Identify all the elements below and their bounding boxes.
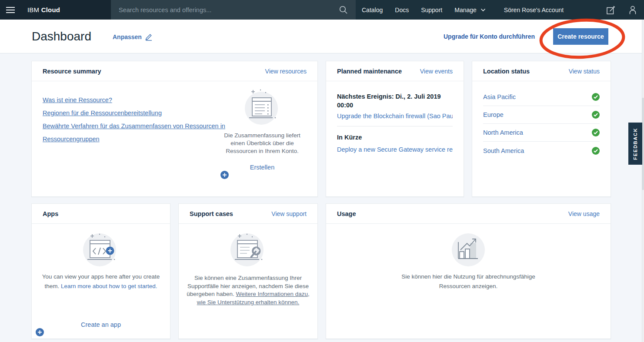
nav-item-support[interactable]: Support xyxy=(421,7,442,13)
view-events-link[interactable]: View events xyxy=(420,68,453,75)
location-row-south-america[interactable]: South America xyxy=(483,142,600,159)
hamburger-menu-icon[interactable] xyxy=(6,5,15,15)
edit-compose-icon[interactable] xyxy=(606,5,616,15)
next-event-link[interactable]: Upgrade the Blockchain firewall (Sao Pau… xyxy=(337,113,453,120)
support-empty-text: Sie können eine Zusammenfassung Ihrer Su… xyxy=(184,274,312,306)
plus-circle-icon xyxy=(220,171,229,179)
nav-brand-area: IBM Cloud xyxy=(0,0,111,20)
ibm-cloud-logo[interactable]: IBM Cloud xyxy=(27,6,60,13)
view-status-link[interactable]: View status xyxy=(569,68,600,75)
usage-title: Usage xyxy=(337,210,356,217)
next-event-label: Nächstes Ereignis: Di., 2. Juli 2019 00:… xyxy=(337,92,453,110)
resource-summary-empty-icon xyxy=(240,87,285,127)
plus-circle-icon xyxy=(36,328,44,336)
upcoming-event-link[interactable]: Deploy a new Secure Gateway service rel.… xyxy=(337,146,453,153)
view-support-link[interactable]: View support xyxy=(271,210,307,217)
apps-learn-more-link[interactable]: Learn more about how to get started. xyxy=(61,283,157,289)
brand-ibm: IBM xyxy=(27,6,39,13)
location-row-asia-pacific[interactable]: Asia Pacific xyxy=(483,88,600,106)
customize-link[interactable]: Anpassen xyxy=(113,33,153,41)
nav-menu: Catalog Docs Support Manage Sören Rose's… xyxy=(362,0,564,20)
upcoming-label: In Kürze xyxy=(337,133,453,142)
status-ok-icon xyxy=(592,147,600,155)
account-menu[interactable]: Sören Rose's Account xyxy=(504,7,564,13)
resource-summary-links: Was ist eine Ressource? Regionen für die… xyxy=(43,93,232,146)
location-status-card: Location status View status Asia Pacific… xyxy=(472,61,611,197)
view-resources-link[interactable]: View resources xyxy=(265,68,307,75)
status-ok-icon xyxy=(592,111,600,119)
location-status-title: Location status xyxy=(483,68,530,75)
search-icon[interactable] xyxy=(339,5,348,14)
nav-item-catalog[interactable]: Catalog xyxy=(362,7,383,13)
feedback-tab[interactable]: FEEDBACK xyxy=(628,123,642,165)
upgrade-account-link[interactable]: Upgrade für Konto durchführen xyxy=(444,33,535,40)
user-avatar-icon[interactable] xyxy=(628,5,637,15)
nav-item-docs[interactable]: Docs xyxy=(395,7,409,13)
link-best-practices[interactable]: Bewährte Verfahren für das Zusammenfasse… xyxy=(43,120,232,146)
link-what-is-a-resource[interactable]: Was ist eine Ressource? xyxy=(43,93,232,106)
top-nav: IBM Cloud Catalog Docs Support Manage Sö… xyxy=(0,0,644,20)
create-an-app-link[interactable]: Create an app xyxy=(32,321,170,336)
brand-cloud: Cloud xyxy=(41,6,60,13)
link-regions[interactable]: Regionen für die Ressourcenbereitstellun… xyxy=(43,106,232,120)
usage-empty-icon xyxy=(447,231,489,268)
nav-search-area xyxy=(111,0,356,20)
header-actions: Upgrade für Konto durchführen Create res… xyxy=(444,20,608,53)
apps-empty-text: You can view your apps here after you cr… xyxy=(37,272,165,291)
page-header: Dashboard Anpassen Upgrade für Konto dur… xyxy=(0,20,644,53)
support-cases-card: Support cases View support Sie können ei… xyxy=(178,203,318,339)
support-empty-icon xyxy=(224,231,272,268)
status-ok-icon xyxy=(592,129,600,136)
status-ok-icon xyxy=(592,93,600,101)
usage-card: Usage View usage Sie können hier die Nut… xyxy=(326,203,611,339)
location-row-north-america[interactable]: North America xyxy=(483,124,600,142)
usage-empty-text: Sie können hier die Nutzung für abrechnu… xyxy=(390,272,546,291)
resource-summary-card: Resource summary View resources Was ist … xyxy=(31,61,318,197)
page-title: Dashboard xyxy=(32,30,91,43)
location-row-europe[interactable]: Europe xyxy=(483,106,600,124)
erstellen-link[interactable]: Erstellen xyxy=(217,164,308,179)
resource-summary-description: Die Zusammenfassung liefert einen Überbl… xyxy=(217,132,308,155)
pencil-icon xyxy=(145,33,153,41)
resource-summary-title: Resource summary xyxy=(43,68,101,75)
nav-item-manage[interactable]: Manage xyxy=(454,7,486,13)
search-input[interactable] xyxy=(111,0,356,20)
support-cases-title: Support cases xyxy=(190,210,233,217)
apps-title: Apps xyxy=(43,210,58,217)
view-usage-link[interactable]: View usage xyxy=(568,210,600,217)
apps-empty-icon xyxy=(77,231,125,268)
divider xyxy=(337,126,453,126)
apps-card: Apps You can view your apps here after y… xyxy=(31,203,170,339)
chevron-down-icon xyxy=(480,8,486,12)
create-resource-button[interactable]: Create resource xyxy=(553,28,608,45)
planned-maintenance-title: Planned maintenance xyxy=(337,68,402,75)
planned-maintenance-card: Planned maintenance View events Nächstes… xyxy=(326,61,464,197)
